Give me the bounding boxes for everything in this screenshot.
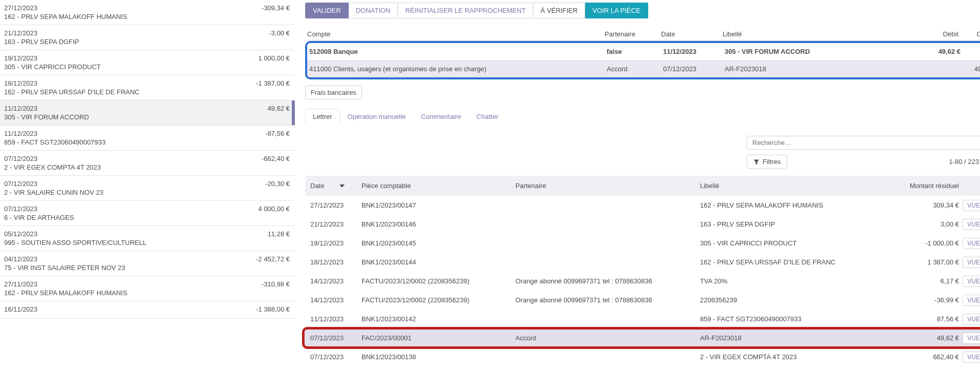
sidebar-item[interactable]: 05/12/202311,28 €995 - SOUTIEN ASSO SPOR… [0,226,295,251]
vue-button[interactable]: VUE [963,257,980,268]
row-label: 2 - VIR EGEX COMPTA 4T 2023 [700,353,879,361]
validate-button[interactable]: VALIDER [305,3,349,18]
sort-desc-icon [339,184,345,188]
vue-button[interactable]: VUE [963,314,980,325]
table-row[interactable]: 11/12/2023BNK1/2023/00142859 - FACT SGT2… [305,310,980,328]
col-account: Compte [307,30,605,38]
sidebar-item-amount: -3,00 € [269,29,290,37]
tab-lettrer[interactable]: Lettrer [305,109,340,125]
sidebar-item[interactable]: 27/12/2023-309,34 €162 - PRLV SEPA MALAK… [0,0,295,25]
table-row[interactable]: 07/12/2023BNK1/2023/001382 - VIR EGEX CO… [305,347,980,366]
sidebar-item[interactable]: 27/11/2023-310,98 €162 - PRLV SEPA MALAK… [0,276,295,301]
transactions-sidebar: 27/12/2023-309,34 €162 - PRLV SEPA MALAK… [0,0,295,371]
sidebar-item-date: 07/12/2023 [4,155,37,162]
grid-col-partner[interactable]: Partenaire [515,182,700,190]
vue-button[interactable]: VUE [963,238,980,249]
sidebar-item[interactable]: 18/12/2023-1 387,00 €162 - PRLV SEPA URS… [0,75,295,100]
sidebar-item-amount: 49,62 € [268,105,290,112]
sidebar-item[interactable]: 07/12/2023-662,40 €2 - VIR EGEX COMPTA 4… [0,151,295,176]
sidebar-item[interactable]: 19/12/20231 000,00 €305 - VIR CAPRICCI P… [0,50,295,75]
row-piece: BNK1/2023/00147 [362,201,515,209]
table-row[interactable]: 18/12/2023BNK1/2023/00144162 - PRLV SEPA… [305,253,980,272]
sidebar-item[interactable]: 07/12/2023-20,30 €2 - VIR SALAIRE CUNIN … [0,176,295,201]
table-row[interactable]: 19/12/2023BNK1/2023/00145305 - VIR CAPRI… [305,234,980,253]
row-amount: 3,00 € [879,220,959,228]
line-date: 07/12/2023 [663,65,725,73]
table-row[interactable]: 27/12/2023BNK1/2023/00147162 - PRLV SEPA… [305,196,980,215]
vue-button[interactable]: VUE [963,276,980,287]
view-piece-button[interactable]: VOIR LA PIÈCE [585,3,648,18]
vue-button[interactable]: VUE [963,219,980,230]
row-date: 21/12/2023 [310,220,362,228]
row-amount: 49,62 € [879,334,959,342]
sidebar-item-desc: 75 - VIR INST SALAIRE PETER NOV 23 [4,264,290,272]
row-date: 07/12/2023 [310,334,362,342]
donation-button[interactable]: DONATION [349,3,398,18]
vue-button[interactable]: VUE [963,352,980,363]
grid-body: 27/12/2023BNK1/2023/00147162 - PRLV SEPA… [305,196,980,366]
reconcile-bank-row[interactable]: 512008 Banque false 11/12/2023 305 - VIR… [307,43,980,60]
row-label: 305 - VIR CAPRICCI PRODUCT [700,239,879,247]
bank-label: 305 - VIR FORUM ACCORD [725,48,899,55]
search-input[interactable] [747,136,980,150]
sidebar-item-date: 27/11/2023 [4,280,37,288]
row-amount: -36,99 € [879,296,959,304]
tab-manual[interactable]: Opération manuelle [340,109,413,125]
tab-chatter[interactable]: Chatter [469,109,506,125]
row-label: 163 - PRLV SEPA DGFIP [700,220,879,228]
vue-button[interactable]: VUE [963,333,980,344]
row-amount: 1 387,00 € [879,258,959,266]
sidebar-item[interactable]: 11/12/202349,62 €305 - VIR FORUM ACCORD [0,100,295,126]
sidebar-item-desc: 859 - FACT SGT23060490007933 [4,138,290,146]
sidebar-item[interactable]: 16/11/2023-1 388,00 € [0,301,295,319]
row-label: 162 - PRLV SEPA URSSAF D'ILE DE FRANC [700,258,879,266]
sidebar-item-amount: -87,56 € [265,130,290,137]
row-amount: 662,40 € [879,353,959,361]
reset-reconcile-button[interactable]: RÉINITIALISER LE RAPPROCHEMENT [398,3,533,18]
row-partner: Orange abonné 0099697371 tel : 078863083… [515,296,700,304]
sidebar-item-date: 16/11/2023 [4,305,37,313]
sidebar-item-desc: 305 - VIR FORUM ACCORD [4,113,290,121]
row-amount: -1 000,00 € [879,239,959,247]
vue-button[interactable]: VUE [963,200,980,211]
grid-col-label[interactable]: Libellé [700,182,879,190]
row-amount: 6,17 € [879,277,959,285]
sidebar-item-desc: 2 - VIR EGEX COMPTA 4T 2023 [4,163,290,171]
grid-col-amount[interactable]: Montant résiduel [879,182,959,190]
table-row[interactable]: 21/12/2023BNK1/2023/00146163 - PRLV SEPA… [305,215,980,234]
grid-col-piece[interactable]: Pièce comptable [362,182,515,190]
sidebar-item-amount: 11,28 € [268,230,290,238]
sidebar-item-date: 05/12/2023 [4,230,37,238]
tab-comment[interactable]: Commentaire [413,109,469,125]
line-account: 411000 Clients, usagers (et organismes d… [309,65,607,73]
row-date: 27/12/2023 [310,201,362,209]
row-date: 07/12/2023 [310,353,362,361]
table-row[interactable]: 14/12/2023FACTU/2023/12/0002 (2208356239… [305,272,980,291]
sidebar-item-desc: 162 - PRLV SEPA URSSAF D'ILE DE FRANC [4,88,290,96]
sidebar-item-date: 18/12/2023 [4,79,37,87]
grid-col-date[interactable]: Date [310,182,362,190]
row-date: 18/12/2023 [310,258,362,266]
sidebar-item[interactable]: 07/12/20234 000,00 €6 - VIR DE ARTHAGES [0,201,295,226]
action-bar: VALIDER DONATION RÉINITIALISER LE RAPPRO… [305,3,980,18]
bank-partner: false [607,48,663,55]
sidebar-item-amount: -1 387,00 € [256,79,290,87]
row-label: TVA 20% [700,277,879,285]
frais-bancaires-chip[interactable]: Frais bancaires [305,86,362,99]
filters-button[interactable]: Filtres [747,155,787,169]
verify-button[interactable]: À VÉRIFIER [533,3,585,18]
table-row[interactable]: 14/12/2023FACTU/2023/12/0002 (2208356239… [305,291,980,310]
vue-button[interactable]: VUE [963,295,980,306]
reconcile-body: 512008 Banque false 11/12/2023 305 - VIR… [305,41,980,79]
sidebar-item[interactable]: 04/12/2023-2 452,72 €75 - VIR INST SALAI… [0,251,295,276]
row-piece: BNK1/2023/00145 [362,239,515,247]
reconcile-match-row[interactable]: 411000 Clients, usagers (et organismes d… [307,60,980,77]
row-date: 14/12/2023 [310,296,362,304]
sidebar-item[interactable]: 11/12/2023-87,56 €859 - FACT SGT23060490… [0,126,295,151]
sidebar-item-desc: 305 - VIR CAPRICCI PRODUCT [4,63,290,71]
sidebar-item[interactable]: 21/12/2023-3,00 €163 - PRLV SEPA DGFIP [0,25,295,50]
table-row[interactable]: 07/12/2023FAC/2023/00001AccordAR-F202301… [305,328,980,347]
sidebar-item-desc: 6 - VIR DE ARTHAGES [4,214,290,221]
row-date: 14/12/2023 [310,277,362,285]
sidebar-item-amount: 1 000,00 € [258,54,290,62]
